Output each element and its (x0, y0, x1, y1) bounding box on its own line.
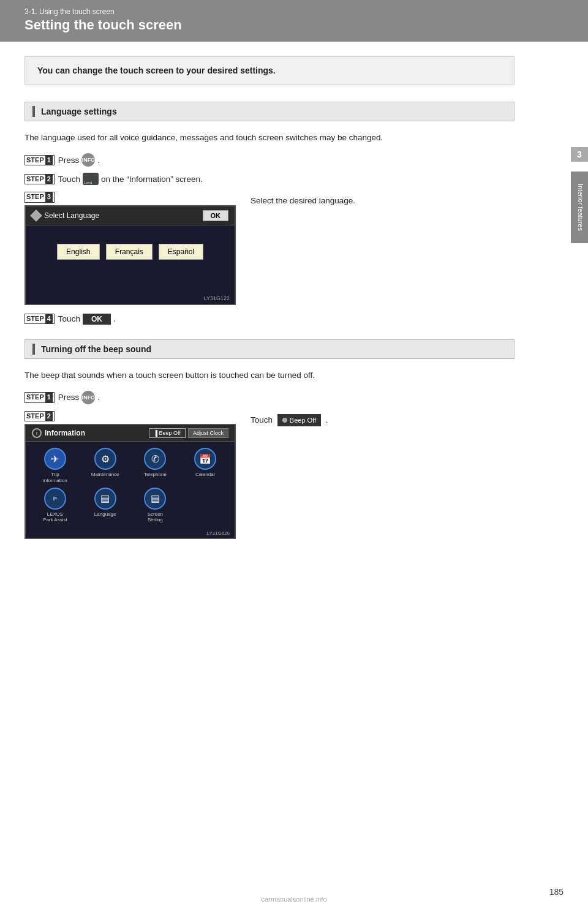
info-screen-title: Information (45, 429, 85, 437)
beep-off-screen-btn[interactable]: ▐ Beep Off (149, 428, 186, 438)
info-circle-icon: i (32, 428, 42, 438)
header-title: Setting the touch screen (24, 17, 564, 33)
step4-period: . (113, 314, 116, 323)
icon-maintenance: ⚙ Maintenance (82, 448, 129, 483)
page-header: 3-1. Using the touch screen Setting the … (0, 0, 588, 42)
select-lang-footer: LY31G122 (26, 293, 235, 304)
step1-period: . (97, 156, 100, 165)
section2-step2: STEP 2 i Information ▐ Beep Off Adjust C… (24, 410, 514, 539)
info-title-bar: i Information ▐ Beep Off Adjust Clock (26, 425, 235, 442)
section1-step1: STEP 1 Press INFO . (24, 153, 514, 167)
section2-bar (32, 344, 35, 355)
step2-badge: STEP 2 (24, 174, 55, 184)
info-box: You can change the touch screen to your … (24, 56, 514, 85)
beep-step2-screenshot-wrap: STEP 2 i Information ▐ Beep Off Adjust C… (24, 410, 236, 539)
beep-caption-period: . (326, 415, 328, 424)
screen-ok-button[interactable]: OK (203, 210, 229, 221)
step4-badge: STEP 4 (24, 314, 55, 324)
info-box-text: You can change the touch screen to your … (37, 66, 276, 75)
info-top-btns: ▐ Beep Off Adjust Clock (149, 428, 228, 438)
section1-step3: STEP 3 Select Language OK English França… (24, 191, 514, 304)
adjust-clock-btn[interactable]: Adjust Clock (188, 428, 228, 438)
select-lang-title-bar: Select Language OK (26, 206, 235, 225)
maint-icon: ⚙ (94, 448, 116, 470)
lexus-icon: P (44, 488, 66, 510)
select-language-screen: Select Language OK English Français Espa… (24, 205, 236, 305)
select-lang-title-left: Select Language (32, 211, 99, 220)
beep-step1-period: . (97, 393, 100, 402)
beep-step2-caption: Touch Beep Off . (251, 410, 328, 427)
icon-trip: ✈ Tripinformation (32, 448, 78, 483)
beep-off-label: Beep Off (290, 415, 316, 426)
watermark: carmanualsonline.info (261, 896, 326, 903)
step4-text: Touch (58, 314, 80, 323)
step1-badge: STEP 1 (24, 155, 55, 165)
language-icon (83, 173, 99, 185)
step3-screenshot-wrap: STEP 3 Select Language OK English França… (24, 191, 236, 304)
language-buttons: English Français Español (36, 244, 225, 260)
beep-step1-badge: STEP 1 (24, 392, 55, 402)
select-lang-body: English Français Español (26, 225, 235, 293)
step3-caption: Select the desired language. (251, 191, 355, 207)
step2-suffix: on the “Information” screen. (101, 175, 203, 184)
beep-off-inline-btn: Beep Off (277, 414, 321, 427)
page-number: 185 (549, 887, 564, 897)
info-title-left: i Information (32, 428, 85, 438)
header-subtitle: 3-1. Using the touch screen (24, 7, 564, 16)
section1-para: The language used for all voice guidance… (24, 131, 514, 145)
icon-screen-setting: ▤ ScreenSetting (132, 488, 179, 523)
beep-step2-badge: STEP 2 (24, 411, 55, 421)
maint-label: Maintenance (91, 472, 119, 478)
screen-setting-icon: ▤ (144, 488, 166, 510)
section1-step4: STEP 4 Touch OK . (24, 314, 514, 325)
lang-francais[interactable]: Français (106, 244, 153, 260)
side-tab-label: Interior features (571, 172, 588, 243)
calendar-label: Calendar (195, 472, 215, 478)
information-screen: i Information ▐ Beep Off Adjust Clock ✈ … (24, 424, 236, 538)
side-tab-number: 3 (571, 147, 588, 162)
lang-english[interactable]: English (57, 244, 100, 260)
beep-dot (282, 418, 287, 423)
beep-step1-text: Press (58, 393, 80, 402)
trip-icon: ✈ (44, 448, 66, 470)
info-icons-grid: ✈ Tripinformation ⚙ Maintenance ✆ Teleph… (26, 442, 235, 529)
lang-screen-icon: ▤ (94, 488, 116, 510)
section2-step1: STEP 1 Press INFO . (24, 391, 514, 404)
phone-icon: ✆ (144, 448, 166, 470)
icon-lexus-park: P LEXUSPark Assist (32, 488, 78, 523)
icon-language: ▤ Language (82, 488, 129, 523)
info-screen-footer: LY31G620 (26, 529, 235, 538)
lexus-label: LEXUSPark Assist (43, 511, 67, 523)
phone-label: Telephone (144, 472, 167, 478)
main-content: You can change the touch screen to your … (0, 42, 539, 572)
info-button-icon: INFO (81, 153, 95, 167)
section-bar (32, 106, 35, 117)
section1-header: Language settings (24, 102, 514, 121)
calendar-icon: 📅 (194, 448, 216, 470)
diamond-icon (30, 209, 42, 222)
screen-setting-label: ScreenSetting (148, 511, 163, 523)
icon-telephone: ✆ Telephone (132, 448, 179, 483)
step1-text: Press (58, 156, 80, 165)
beep-caption-text: Touch (251, 415, 273, 424)
step2-text: Touch (58, 175, 80, 184)
info-button-icon-2: INFO (81, 391, 95, 404)
section2-para: The beep that sounds when a touch screen… (24, 369, 514, 382)
trip-label: Tripinformation (43, 472, 67, 483)
section1-step2: STEP 2 Touch on the “Information” screen… (24, 173, 514, 185)
step3-badge: STEP 3 (24, 192, 55, 202)
section2-header: Turning off the beep sound (24, 339, 514, 359)
lang-screen-label: Language (94, 511, 116, 518)
ok-button-inline: OK (83, 314, 111, 325)
lang-espanol[interactable]: Español (159, 244, 203, 260)
icon-calendar: 📅 Calendar (182, 448, 228, 483)
section2-title: Turning off the beep sound (41, 344, 151, 354)
select-lang-title: Select Language (44, 211, 99, 220)
section1-title: Language settings (41, 107, 117, 116)
